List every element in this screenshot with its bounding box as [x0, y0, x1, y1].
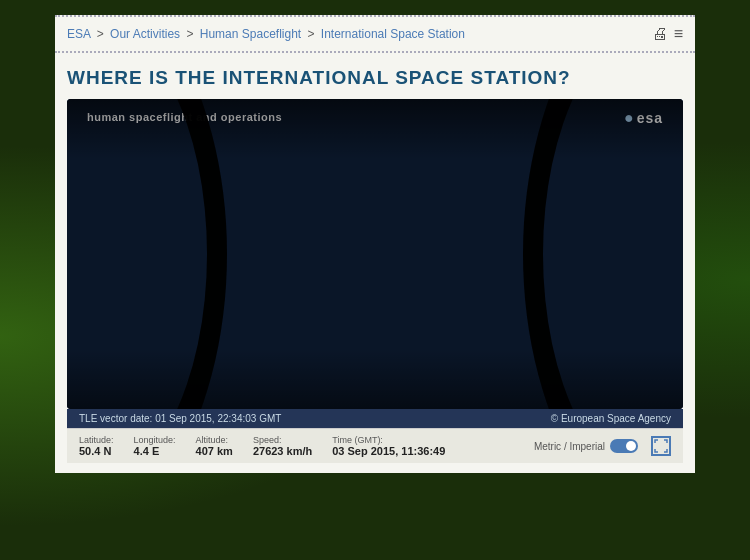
altitude-value: 407 km [196, 445, 233, 457]
speed-value: 27623 km/h [253, 445, 312, 457]
metric-toggle-switch[interactable] [610, 439, 638, 453]
tle-date: TLE vector date: 01 Sep 2015, 22:34:03 G… [79, 413, 281, 424]
fullscreen-icon [654, 439, 668, 453]
stats-bar: Latitude: 50.4 N Longitude: 4.4 E Altitu… [67, 428, 683, 463]
map-label: human spaceflight and operations [87, 111, 282, 123]
metric-imperial-label: Metric / Imperial [534, 441, 605, 452]
time-value: 03 Sep 2015, 11:36:49 [332, 445, 445, 457]
latitude-value: 50.4 N [79, 445, 114, 457]
latitude-label: Latitude: [79, 435, 114, 445]
speed-label: Speed: [253, 435, 312, 445]
top-icons: 🖨 ≡ [652, 25, 683, 43]
main-content-panel: ESA > Our Activities > Human Spaceflight… [55, 15, 695, 473]
fullscreen-button[interactable] [651, 436, 671, 456]
sep3: > [308, 27, 318, 41]
breadcrumb: ESA > Our Activities > Human Spaceflight… [67, 27, 465, 41]
altitude-stat: Altitude: 407 km [196, 435, 233, 457]
tle-bar: TLE vector date: 01 Sep 2015, 22:34:03 G… [67, 409, 683, 428]
esa-logo: ● esa [624, 109, 663, 127]
sep2: > [186, 27, 196, 41]
breadcrumb-spaceflight[interactable]: Human Spaceflight [200, 27, 301, 41]
sep1: > [97, 27, 107, 41]
copyright: © European Space Agency [551, 413, 671, 424]
menu-icon[interactable]: ≡ [674, 25, 683, 43]
longitude-stat: Longitude: 4.4 E [134, 435, 176, 457]
metric-toggle-group: Metric / Imperial [534, 436, 671, 456]
time-stat: Time (GMT): 03 Sep 2015, 11:36:49 [332, 435, 445, 457]
longitude-label: Longitude: [134, 435, 176, 445]
map-space-bg [67, 99, 683, 409]
breadcrumb-esa[interactable]: ESA [67, 27, 90, 41]
altitude-label: Altitude: [196, 435, 233, 445]
longitude-value: 4.4 E [134, 445, 176, 457]
time-label: Time (GMT): [332, 435, 445, 445]
esa-text: esa [637, 110, 663, 126]
print-icon[interactable]: 🖨 [652, 25, 668, 43]
breadcrumb-activities[interactable]: Our Activities [110, 27, 180, 41]
speed-stat: Speed: 27623 km/h [253, 435, 312, 457]
toggle-knob [626, 441, 636, 451]
breadcrumb-bar: ESA > Our Activities > Human Spaceflight… [55, 15, 695, 53]
page-title: WHERE IS THE INTERNATIONAL SPACE STATION… [55, 53, 695, 99]
esa-bullet: ● [624, 109, 634, 127]
iss-map: human spaceflight and operations ● esa [67, 99, 683, 409]
breadcrumb-iss[interactable]: International Space Station [321, 27, 465, 41]
latitude-stat: Latitude: 50.4 N [79, 435, 114, 457]
bottom-spacer [67, 463, 683, 473]
